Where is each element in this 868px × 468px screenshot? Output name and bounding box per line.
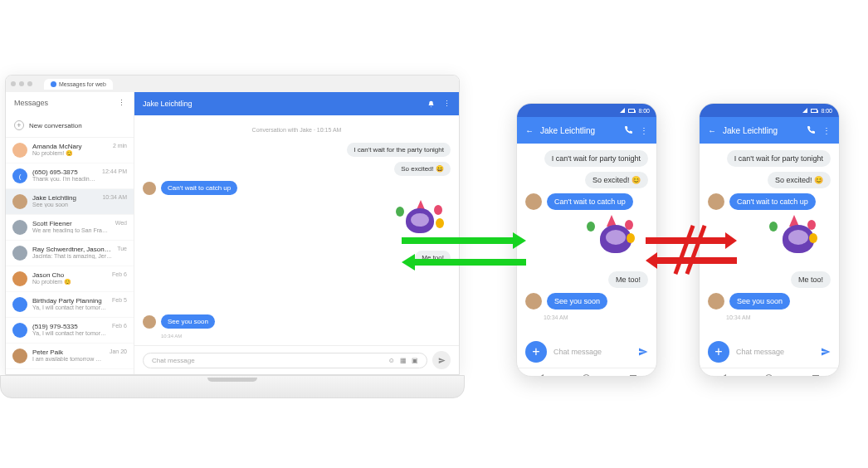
sidebar-title: Messages bbox=[14, 99, 48, 107]
chat-messages: I can't wait for party tonight So excite… bbox=[517, 144, 656, 336]
conversation-preview: Ya, I will contact her tomorrow :) bbox=[32, 330, 107, 336]
conversation-item[interactable]: Birthday Party PlanningYa, I will contac… bbox=[6, 292, 134, 318]
avatar: ( bbox=[12, 168, 27, 183]
conversation-item-active[interactable]: Jake LeichtlingSee you soon 10:34 AM bbox=[6, 189, 134, 215]
bell-icon[interactable] bbox=[427, 100, 435, 108]
conversation-item[interactable]: Scott FleenerWe are heading to San Franc… bbox=[6, 215, 134, 241]
conversation-preview: Thank you. I'm heading home now. bbox=[32, 176, 97, 182]
nav-recent-icon[interactable] bbox=[812, 375, 819, 378]
conversation-name: Birthday Party Planning bbox=[32, 297, 107, 305]
phone-icon[interactable] bbox=[806, 125, 816, 135]
new-conversation-label: New conversation bbox=[29, 122, 82, 129]
conversation-name: Amanda McNary bbox=[32, 143, 108, 150]
status-time: 8:00 bbox=[638, 108, 650, 114]
android-nav-bar bbox=[700, 368, 839, 377]
conversation-time: 2 min bbox=[113, 143, 127, 149]
sticker-party-monster bbox=[393, 200, 451, 246]
conversation-item[interactable]: (519) 979-5335Ya, I will contact her tom… bbox=[6, 318, 134, 344]
gif-icon[interactable]: ▦ bbox=[400, 357, 407, 364]
back-icon[interactable]: ← bbox=[525, 126, 534, 135]
status-bar: 8:00 bbox=[517, 104, 656, 117]
nav-home-icon[interactable] bbox=[765, 374, 773, 377]
attach-button[interactable]: + bbox=[525, 341, 547, 363]
avatar bbox=[12, 349, 27, 363]
conversation-time: Tue bbox=[117, 246, 127, 251]
conversation-meta: Conversation with Jake · 10:15 AM bbox=[143, 127, 451, 133]
conversation-name: Ray Schwerdtner, Jason Tzou bbox=[32, 246, 112, 253]
message-outgoing: See you soon bbox=[729, 293, 790, 310]
window-dot bbox=[11, 81, 16, 86]
message-incoming: Me too! bbox=[791, 271, 831, 288]
attach-button[interactable]: + bbox=[708, 341, 729, 363]
signal-icon bbox=[802, 108, 807, 113]
tab-label: Messages for web bbox=[59, 81, 106, 87]
message-outgoing: Can't wait to catch up bbox=[161, 181, 237, 195]
send-button[interactable] bbox=[432, 351, 451, 369]
composer-input[interactable]: Chat message bbox=[553, 348, 631, 356]
send-icon[interactable] bbox=[821, 347, 831, 357]
window-dot bbox=[19, 81, 24, 86]
more-icon[interactable]: ⋮ bbox=[822, 126, 831, 135]
conversation-item[interactable]: Amanda McNaryNo problem! 😊 2 min bbox=[6, 138, 134, 163]
message-incoming: Me too! bbox=[608, 271, 648, 288]
more-icon[interactable]: ⋮ bbox=[118, 99, 125, 107]
message-incoming: So excited! 😄 bbox=[394, 162, 451, 176]
nav-home-icon[interactable] bbox=[583, 374, 590, 377]
conversation-item[interactable]: Jason ChoNo problem 😊 Feb 6 bbox=[6, 266, 134, 292]
avatar bbox=[708, 193, 724, 210]
emoji-icon[interactable]: ☺ bbox=[388, 357, 395, 364]
status-bar: 8:00 bbox=[700, 104, 839, 117]
conversation-item[interactable]: Peter PaikI am available tomorrow at 7PM… bbox=[6, 344, 134, 369]
composer-placeholder: Chat message bbox=[152, 357, 195, 364]
conversation-preview: No problem 😊 bbox=[32, 279, 107, 285]
battery-icon bbox=[811, 109, 817, 113]
conversation-name: (650) 695-3875 bbox=[32, 168, 97, 176]
message-outgoing: Can't wait to catch up bbox=[547, 193, 633, 210]
conversation-preview: I am available tomorrow at 7PM bbox=[32, 356, 105, 362]
message-composer: + Chat message bbox=[700, 336, 839, 368]
conversation-preview: Ya, I will contact her tomorrow :) bbox=[32, 305, 107, 310]
browser-tab[interactable]: Messages for web bbox=[44, 79, 113, 90]
message-incoming: So excited! 😊 bbox=[768, 172, 831, 188]
send-icon[interactable] bbox=[638, 347, 648, 357]
avatar bbox=[12, 220, 27, 235]
phone-device-2: 8:00 ← Jake Leichtling ⋮ I can't wait fo… bbox=[699, 103, 840, 377]
conversation-item[interactable]: 333-33Your security code is: 03103 Jan 1… bbox=[6, 369, 134, 374]
browser-tab-bar: Messages for web bbox=[6, 76, 459, 92]
battery-icon bbox=[628, 109, 635, 113]
avatar bbox=[143, 315, 156, 329]
message-incoming: I can't wait for party tonight bbox=[727, 150, 831, 167]
message-incoming: I can't wait for the party tonight bbox=[347, 143, 451, 157]
conversation-time: Feb 6 bbox=[112, 271, 127, 277]
laptop-base bbox=[0, 375, 465, 398]
more-icon[interactable]: ⋮ bbox=[443, 100, 451, 108]
conversation-time: 12:44 PM bbox=[102, 168, 127, 174]
back-icon[interactable]: ← bbox=[708, 126, 716, 135]
avatar bbox=[708, 293, 724, 310]
chat-header: ← Jake Leichtling ⋮ bbox=[700, 117, 839, 144]
new-conversation-button[interactable]: + New conversation bbox=[6, 114, 134, 138]
conversation-time: Feb 5 bbox=[112, 297, 127, 303]
conversation-item[interactable]: Ray Schwerdtner, Jason TzouJacinta: That… bbox=[6, 241, 134, 266]
phone-device-1: 8:00 ← Jake Leichtling ⋮ I can't wait fo… bbox=[516, 103, 657, 377]
send-icon bbox=[438, 357, 446, 364]
conversation-preview: See you soon bbox=[32, 202, 97, 207]
message-incoming: So excited! 😊 bbox=[585, 172, 648, 188]
conversation-name: Jason Cho bbox=[32, 271, 107, 279]
more-icon[interactable]: ⋮ bbox=[640, 126, 648, 135]
nav-recent-icon[interactable] bbox=[630, 375, 636, 378]
nav-back-icon[interactable] bbox=[719, 374, 726, 378]
message-composer: + Chat message bbox=[517, 336, 656, 368]
composer-input[interactable]: Chat message bbox=[736, 348, 814, 356]
conversation-name: Jake Leichtling bbox=[32, 194, 97, 202]
image-icon[interactable]: ▣ bbox=[412, 357, 418, 364]
conversation-time: Wed bbox=[115, 220, 127, 226]
avatar bbox=[525, 293, 542, 310]
phone-icon[interactable] bbox=[623, 125, 633, 135]
chat-messages: I can't wait for party tonight So excite… bbox=[700, 144, 839, 336]
avatar bbox=[12, 143, 27, 158]
composer-input[interactable]: Chat message ☺ ▦ ▣ bbox=[143, 353, 427, 368]
nav-back-icon[interactable] bbox=[537, 374, 544, 378]
chat-messages: Conversation with Jake · 10:15 AM I can'… bbox=[134, 115, 459, 345]
conversation-item[interactable]: ( (650) 695-3875Thank you. I'm heading h… bbox=[6, 163, 134, 189]
